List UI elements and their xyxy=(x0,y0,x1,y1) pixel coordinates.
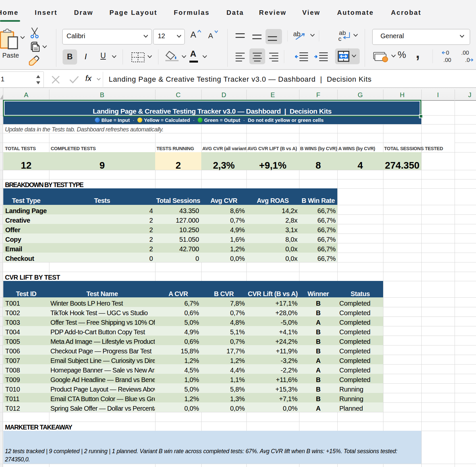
svg-text:.0: .0 xyxy=(465,57,470,63)
svg-text:ab: ab xyxy=(293,30,300,38)
svg-text:c: c xyxy=(338,35,342,41)
svg-text:.00: .00 xyxy=(443,57,451,63)
svg-text:.00: .00 xyxy=(461,50,469,56)
svg-text:0: 0 xyxy=(446,50,449,56)
